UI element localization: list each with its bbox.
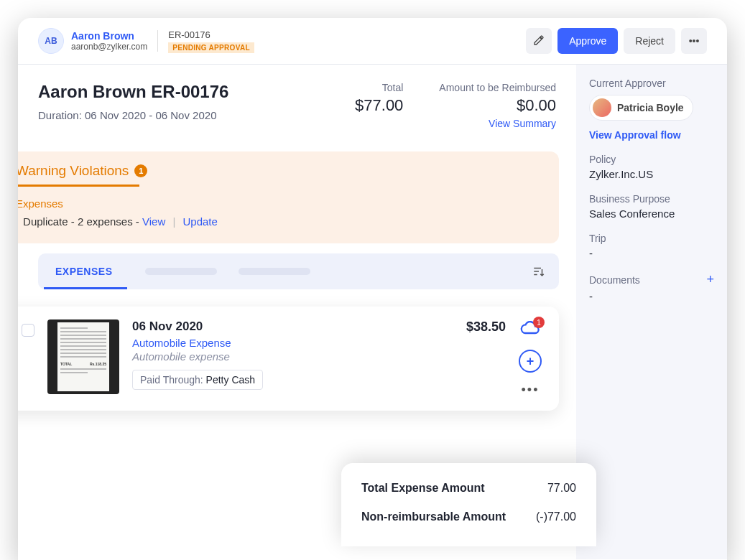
expense-checkbox[interactable] xyxy=(22,324,34,337)
approver-avatar xyxy=(593,98,611,117)
user-name[interactable]: Aaron Brown xyxy=(71,30,147,42)
warning-section: Expenses xyxy=(18,197,543,210)
header: AB Aaron Brown aaronb@zylker.com ER-0017… xyxy=(18,18,727,65)
report-summary: Aaron Brown ER-00176 Duration: 06 Nov 20… xyxy=(18,65,576,144)
plus-icon: + xyxy=(527,354,535,369)
popup-value: 77.00 xyxy=(547,482,576,495)
expense-date: 06 Nov 2020 xyxy=(132,319,435,334)
approval-flow-link[interactable]: View Approval flow xyxy=(589,129,681,141)
approve-button[interactable]: Approve xyxy=(557,28,618,54)
expense-actions: 1 + ••• xyxy=(519,319,542,398)
status-badge: PENDING APPROVAL xyxy=(168,42,254,53)
duration: Duration: 06 Nov 2020 - 06 Nov 2020 xyxy=(38,109,355,121)
policy-label: Policy xyxy=(589,154,714,165)
warning-panel: Warning Violations 1 Expenses | Duplicat… xyxy=(18,151,559,243)
sort-button[interactable] xyxy=(524,257,553,286)
expense-category[interactable]: Automobile Expense xyxy=(132,337,435,349)
more-button[interactable]: ••• xyxy=(681,28,707,54)
add-action-button[interactable]: + xyxy=(519,350,542,373)
violation-count-badge: 1 xyxy=(533,317,545,328)
tabs: EXPENSES xyxy=(38,253,559,289)
warning-title: Warning Violations 1 xyxy=(18,163,543,186)
purpose-value: Sales Conference xyxy=(589,207,714,220)
warning-count-badge: 1 xyxy=(134,164,147,177)
expense-amount: $38.50 xyxy=(448,319,506,335)
approver-label: Current Approver xyxy=(589,78,714,89)
tab-expenses[interactable]: EXPENSES xyxy=(44,253,124,289)
page-title: Aaron Brown ER-00176 xyxy=(38,82,355,102)
popup-row: Non-reimbursable Amount (-)77.00 xyxy=(361,510,576,523)
reimbursed-label: Amount to be Reimbursed xyxy=(439,82,556,93)
expense-more-button[interactable]: ••• xyxy=(522,383,540,398)
warning-line: | Duplicate - 2 expenses - View | Update xyxy=(18,215,543,228)
header-actions: Approve Reject ••• xyxy=(526,28,707,54)
warning-update-link[interactable]: Update xyxy=(183,215,218,228)
tab-placeholder xyxy=(145,268,217,275)
divider xyxy=(157,30,158,52)
add-document-button[interactable]: + xyxy=(706,272,714,287)
reimbursed-value: $0.00 xyxy=(439,96,556,115)
violation-icon[interactable]: 1 xyxy=(520,319,540,340)
report-block: ER-00176 PENDING APPROVAL xyxy=(168,29,254,53)
summary-popup: Total Expense Amount 77.00 Non-reimbursa… xyxy=(341,463,596,546)
warning-view-link[interactable]: View xyxy=(142,215,165,228)
documents-value: - xyxy=(589,290,714,302)
dots-icon: ••• xyxy=(689,35,700,47)
total-label: Total xyxy=(355,82,403,93)
trip-value: - xyxy=(589,247,714,259)
approver-chip[interactable]: Patricia Boyle xyxy=(589,95,693,121)
approver-name: Patricia Boyle xyxy=(617,102,684,113)
expense-description: Automobile expense xyxy=(132,350,435,363)
side-panel: Current Approver Patricia Boyle View App… xyxy=(576,65,727,559)
total-value: $77.00 xyxy=(355,96,403,115)
pencil-icon xyxy=(533,34,545,48)
popup-value: (-)77.00 xyxy=(536,510,576,523)
paid-through-chip: Paid Through: Petty Cash xyxy=(132,370,263,390)
tab-placeholder xyxy=(239,268,310,275)
policy-value: Zylker.Inc.US xyxy=(589,168,714,180)
expense-details: 06 Nov 2020 Automobile Expense Automobil… xyxy=(132,319,435,390)
popup-row: Total Expense Amount 77.00 xyxy=(361,482,576,495)
sort-icon xyxy=(532,265,545,278)
user-block: Aaron Brown aaronb@zylker.com xyxy=(71,30,147,52)
edit-button[interactable] xyxy=(526,28,552,54)
user-avatar[interactable]: AB xyxy=(38,28,64,54)
report-id: ER-00176 xyxy=(168,29,254,40)
user-email: aaronb@zylker.com xyxy=(71,42,147,52)
receipt-thumbnail[interactable]: TOTALRs.118.25 xyxy=(47,319,119,394)
trip-label: Trip xyxy=(589,233,714,244)
documents-label: Documents xyxy=(589,274,640,286)
expense-card[interactable]: TOTALRs.118.25 06 Nov 2020 Automobile Ex… xyxy=(18,307,559,411)
popup-label: Non-reimbursable Amount xyxy=(361,510,506,523)
popup-label: Total Expense Amount xyxy=(361,482,485,495)
view-summary-link[interactable]: View Summary xyxy=(489,118,556,129)
reject-button[interactable]: Reject xyxy=(624,28,675,54)
purpose-label: Business Purpose xyxy=(589,193,714,205)
